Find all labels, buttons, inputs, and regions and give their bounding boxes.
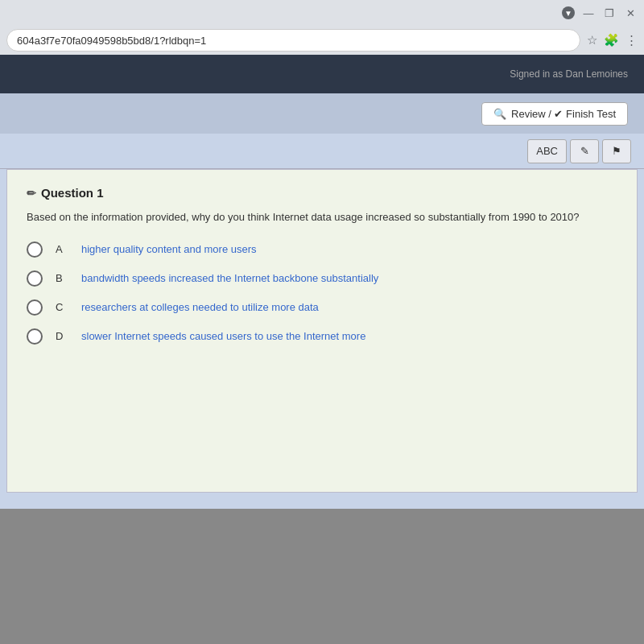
radio-d[interactable] bbox=[27, 328, 43, 345]
option-letter-d: D bbox=[56, 330, 68, 342]
option-text-b: bandwidth speeds increased the Internet … bbox=[81, 272, 378, 284]
option-text-d: slower Internet speeds caused users to u… bbox=[81, 330, 365, 342]
answer-option-b[interactable]: B bandwidth speeds increased the Interne… bbox=[27, 270, 617, 287]
abc-button[interactable]: ABC bbox=[527, 139, 567, 163]
radio-b[interactable] bbox=[27, 270, 43, 287]
answer-options: A higher quality content and more users … bbox=[27, 242, 617, 345]
option-letter-c: C bbox=[56, 301, 68, 313]
option-text-c: researchers at colleges needed to utiliz… bbox=[81, 301, 319, 313]
radio-a[interactable] bbox=[27, 242, 43, 258]
question-card: ✏ Question 1 Based on the information pr… bbox=[6, 169, 638, 493]
option-text-a: higher quality content and more users bbox=[81, 243, 257, 255]
bookmark-icon[interactable]: ☆ bbox=[587, 33, 597, 47]
answer-option-a[interactable]: A higher quality content and more users bbox=[27, 242, 617, 258]
review-finish-button[interactable]: 🔍 Review / ✔ Finish Test bbox=[481, 102, 628, 126]
menu-icon[interactable]: ⋮ bbox=[625, 33, 638, 47]
sub-header: 🔍 Review / ✔ Finish Test bbox=[0, 93, 644, 134]
browser-chrome: ▼ — ❐ ✕ 604a3f7e70fa0949598b5bd8/1?rldbq… bbox=[0, 0, 644, 55]
radio-c[interactable] bbox=[27, 299, 43, 316]
review-button-label: Review / ✔ Finish Test bbox=[511, 108, 616, 120]
search-icon: 🔍 bbox=[493, 108, 506, 120]
address-bar[interactable]: 604a3f7e70fa0949598b5bd8/1?rldbqn=1 bbox=[6, 29, 580, 52]
extensions-icon[interactable]: 🧩 bbox=[604, 33, 619, 47]
minimize-button[interactable]: — bbox=[581, 6, 596, 20]
pencil-icon: ✏ bbox=[27, 187, 36, 200]
address-bar-row: 604a3f7e70fa0949598b5bd8/1?rldbqn=1 ☆ 🧩 … bbox=[0, 26, 644, 55]
question-text: Based on the information provided, why d… bbox=[27, 209, 617, 225]
app-header: Signed in as Dan Lemoines bbox=[0, 55, 644, 93]
answer-option-d[interactable]: D slower Internet speeds caused users to… bbox=[27, 328, 617, 345]
question-area: ✏ Question 1 Based on the information pr… bbox=[7, 170, 637, 492]
question-title: ✏ Question 1 bbox=[27, 186, 617, 200]
question-toolbar: ABC ✎ ⚑ bbox=[0, 134, 644, 169]
close-button[interactable]: ✕ bbox=[623, 6, 638, 20]
title-bar: ▼ — ❐ ✕ bbox=[0, 0, 644, 26]
profile-icon: ▼ bbox=[562, 6, 575, 19]
option-letter-b: B bbox=[56, 272, 68, 284]
answer-option-c[interactable]: C researchers at colleges needed to util… bbox=[27, 299, 617, 316]
edit-button[interactable]: ✎ bbox=[570, 139, 599, 163]
signed-in-text: Signed in as Dan Lemoines bbox=[510, 68, 628, 80]
option-letter-a: A bbox=[56, 243, 68, 255]
content-wrapper: ABC ✎ ⚑ ✏ Question 1 Based on the inform… bbox=[0, 134, 644, 509]
url-text: 604a3f7e70fa0949598b5bd8/1?rldbqn=1 bbox=[17, 35, 206, 47]
maximize-button[interactable]: ❐ bbox=[602, 6, 617, 20]
flag-button[interactable]: ⚑ bbox=[602, 139, 631, 163]
address-bar-actions: ☆ 🧩 ⋮ bbox=[587, 33, 638, 47]
